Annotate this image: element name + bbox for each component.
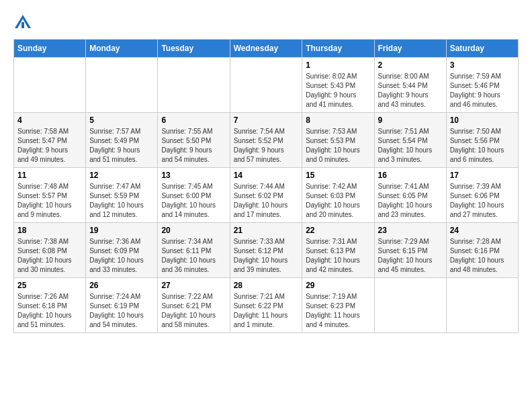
day-info: Sunrise: 7:48 AM Sunset: 5:57 PM Dayligh… (17, 182, 82, 220)
day-info: Sunrise: 7:50 AM Sunset: 5:56 PM Dayligh… (450, 127, 515, 165)
day-info: Sunrise: 7:36 AM Sunset: 6:09 PM Dayligh… (89, 237, 154, 275)
calendar-cell: 22Sunrise: 7:31 AM Sunset: 6:13 PM Dayli… (302, 223, 374, 278)
day-number: 28 (234, 281, 299, 290)
calendar-cell: 16Sunrise: 7:41 AM Sunset: 6:05 PM Dayli… (374, 168, 446, 223)
day-number: 13 (161, 171, 226, 180)
calendar-cell: 2Sunrise: 8:00 AM Sunset: 5:44 PM Daylig… (374, 58, 446, 113)
calendar-cell: 21Sunrise: 7:33 AM Sunset: 6:12 PM Dayli… (230, 223, 302, 278)
day-number: 9 (378, 116, 443, 125)
weekday-header-wednesday: Wednesday (230, 40, 302, 58)
calendar-cell (230, 58, 302, 113)
calendar-cell: 4Sunrise: 7:58 AM Sunset: 5:47 PM Daylig… (14, 113, 86, 168)
day-info: Sunrise: 7:38 AM Sunset: 6:08 PM Dayligh… (17, 237, 82, 275)
calendar-cell: 18Sunrise: 7:38 AM Sunset: 6:08 PM Dayli… (14, 223, 86, 278)
day-number: 29 (306, 281, 370, 290)
calendar-cell: 5Sunrise: 7:57 AM Sunset: 5:49 PM Daylig… (86, 113, 158, 168)
calendar-week-1: 1Sunrise: 8:02 AM Sunset: 5:43 PM Daylig… (14, 58, 519, 113)
calendar-cell (14, 58, 86, 113)
day-info: Sunrise: 7:24 AM Sunset: 6:19 PM Dayligh… (89, 292, 154, 330)
calendar-cell: 29Sunrise: 7:19 AM Sunset: 6:23 PM Dayli… (302, 278, 374, 333)
day-number: 4 (17, 116, 82, 125)
calendar-cell: 3Sunrise: 7:59 AM Sunset: 5:46 PM Daylig… (446, 58, 518, 113)
day-info: Sunrise: 7:29 AM Sunset: 6:15 PM Dayligh… (378, 237, 443, 275)
calendar-cell: 9Sunrise: 7:51 AM Sunset: 5:54 PM Daylig… (374, 113, 446, 168)
weekday-header-sunday: Sunday (14, 40, 86, 58)
calendar-cell (86, 58, 158, 113)
weekday-header-monday: Monday (86, 40, 158, 58)
day-info: Sunrise: 7:41 AM Sunset: 6:05 PM Dayligh… (378, 182, 443, 220)
logo-icon (13, 13, 32, 32)
day-number: 16 (378, 171, 443, 180)
day-info: Sunrise: 7:59 AM Sunset: 5:46 PM Dayligh… (450, 72, 515, 109)
calendar-cell (374, 278, 446, 333)
calendar-cell: 23Sunrise: 7:29 AM Sunset: 6:15 PM Dayli… (374, 223, 446, 278)
day-info: Sunrise: 7:34 AM Sunset: 6:11 PM Dayligh… (161, 237, 226, 275)
day-number: 17 (450, 171, 515, 180)
day-number: 3 (450, 60, 515, 70)
calendar-cell: 14Sunrise: 7:44 AM Sunset: 6:02 PM Dayli… (230, 168, 302, 223)
day-number: 26 (89, 281, 154, 290)
calendar-cell: 10Sunrise: 7:50 AM Sunset: 5:56 PM Dayli… (446, 113, 518, 168)
svg-rect-2 (21, 22, 24, 28)
calendar-cell: 20Sunrise: 7:34 AM Sunset: 6:11 PM Dayli… (158, 223, 230, 278)
day-info: Sunrise: 7:33 AM Sunset: 6:12 PM Dayligh… (234, 237, 299, 275)
page-header (13, 13, 519, 32)
weekday-header-friday: Friday (374, 40, 446, 58)
calendar-cell: 15Sunrise: 7:42 AM Sunset: 6:03 PM Dayli… (302, 168, 374, 223)
day-info: Sunrise: 7:44 AM Sunset: 6:02 PM Dayligh… (234, 182, 299, 220)
day-info: Sunrise: 7:21 AM Sunset: 6:22 PM Dayligh… (234, 292, 299, 330)
day-info: Sunrise: 7:54 AM Sunset: 5:52 PM Dayligh… (234, 127, 299, 165)
calendar-week-3: 11Sunrise: 7:48 AM Sunset: 5:57 PM Dayli… (14, 168, 519, 223)
day-number: 10 (450, 116, 515, 125)
day-info: Sunrise: 7:28 AM Sunset: 6:16 PM Dayligh… (450, 237, 515, 275)
day-info: Sunrise: 7:39 AM Sunset: 6:06 PM Dayligh… (450, 182, 515, 220)
calendar-cell: 12Sunrise: 7:47 AM Sunset: 5:59 PM Dayli… (86, 168, 158, 223)
day-number: 24 (450, 226, 515, 235)
day-number: 14 (234, 171, 299, 180)
day-number: 22 (306, 226, 370, 235)
day-info: Sunrise: 7:45 AM Sunset: 6:00 PM Dayligh… (161, 182, 226, 220)
calendar-week-2: 4Sunrise: 7:58 AM Sunset: 5:47 PM Daylig… (14, 113, 519, 168)
calendar-cell: 11Sunrise: 7:48 AM Sunset: 5:57 PM Dayli… (14, 168, 86, 223)
day-number: 15 (306, 171, 370, 180)
calendar-cell: 6Sunrise: 7:55 AM Sunset: 5:50 PM Daylig… (158, 113, 230, 168)
calendar-cell: 24Sunrise: 7:28 AM Sunset: 6:16 PM Dayli… (446, 223, 518, 278)
day-number: 12 (89, 171, 154, 180)
day-number: 19 (89, 226, 154, 235)
day-number: 8 (306, 116, 370, 125)
day-number: 20 (161, 226, 226, 235)
weekday-header-row: SundayMondayTuesdayWednesdayThursdayFrid… (14, 40, 519, 58)
calendar-cell: 28Sunrise: 7:21 AM Sunset: 6:22 PM Dayli… (230, 278, 302, 333)
calendar-cell: 7Sunrise: 7:54 AM Sunset: 5:52 PM Daylig… (230, 113, 302, 168)
calendar-cell: 17Sunrise: 7:39 AM Sunset: 6:06 PM Dayli… (446, 168, 518, 223)
calendar-cell: 13Sunrise: 7:45 AM Sunset: 6:00 PM Dayli… (158, 168, 230, 223)
weekday-header-tuesday: Tuesday (158, 40, 230, 58)
calendar-cell: 1Sunrise: 8:02 AM Sunset: 5:43 PM Daylig… (302, 58, 374, 113)
day-number: 27 (161, 281, 226, 290)
day-number: 25 (17, 281, 82, 290)
day-info: Sunrise: 7:19 AM Sunset: 6:23 PM Dayligh… (306, 292, 370, 330)
day-info: Sunrise: 7:31 AM Sunset: 6:13 PM Dayligh… (306, 237, 370, 275)
day-number: 5 (89, 116, 154, 125)
day-number: 18 (17, 226, 82, 235)
calendar-cell (158, 58, 230, 113)
weekday-header-saturday: Saturday (446, 40, 518, 58)
logo (13, 13, 35, 32)
calendar-week-5: 25Sunrise: 7:26 AM Sunset: 6:18 PM Dayli… (14, 278, 519, 333)
day-info: Sunrise: 7:47 AM Sunset: 5:59 PM Dayligh… (89, 182, 154, 220)
day-number: 7 (234, 116, 299, 125)
day-info: Sunrise: 7:22 AM Sunset: 6:21 PM Dayligh… (161, 292, 226, 330)
day-info: Sunrise: 7:53 AM Sunset: 5:53 PM Dayligh… (306, 127, 370, 165)
day-info: Sunrise: 7:42 AM Sunset: 6:03 PM Dayligh… (306, 182, 370, 220)
calendar-cell: 25Sunrise: 7:26 AM Sunset: 6:18 PM Dayli… (14, 278, 86, 333)
calendar-week-4: 18Sunrise: 7:38 AM Sunset: 6:08 PM Dayli… (14, 223, 519, 278)
day-number: 11 (17, 171, 82, 180)
day-number: 6 (161, 116, 226, 125)
calendar-cell: 27Sunrise: 7:22 AM Sunset: 6:21 PM Dayli… (158, 278, 230, 333)
calendar-cell: 8Sunrise: 7:53 AM Sunset: 5:53 PM Daylig… (302, 113, 374, 168)
day-info: Sunrise: 8:00 AM Sunset: 5:44 PM Dayligh… (378, 72, 443, 109)
calendar-cell (446, 278, 518, 333)
day-info: Sunrise: 8:02 AM Sunset: 5:43 PM Dayligh… (306, 72, 370, 109)
day-info: Sunrise: 7:57 AM Sunset: 5:49 PM Dayligh… (89, 127, 154, 165)
day-number: 21 (234, 226, 299, 235)
